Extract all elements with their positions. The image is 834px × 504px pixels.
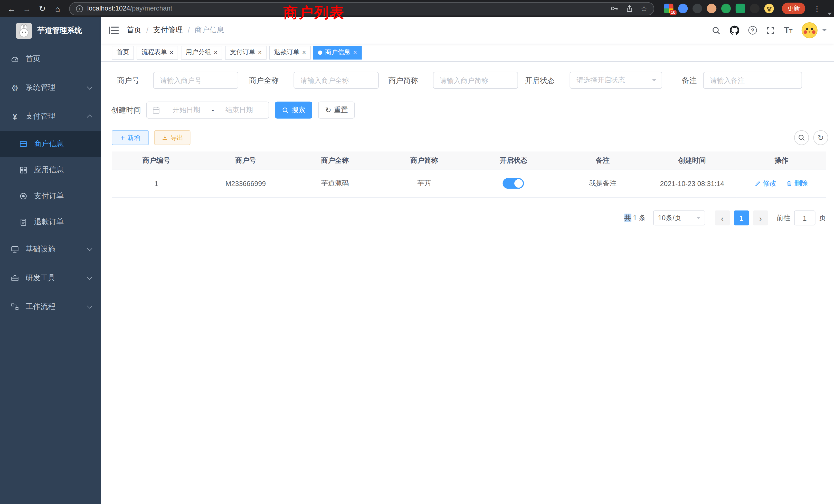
url-host: localhost:1024 — [87, 5, 130, 12]
tab-process-form[interactable]: 流程表单 × — [137, 45, 178, 59]
sidebar: 芋道管理系统 首页 ⚙ 系统管理 ¥ 支付管理 商户信息 — [0, 17, 101, 504]
sidebar-item-home[interactable]: 首页 — [0, 45, 101, 73]
sidebar-item-infrastructure[interactable]: 基础设施 — [0, 235, 101, 264]
dashboard-icon — [10, 55, 19, 63]
search-button[interactable]: 搜索 — [275, 101, 312, 118]
tab-close-icon[interactable]: × — [258, 49, 262, 56]
breadcrumb-separator: / — [188, 26, 190, 35]
help-icon[interactable]: ? — [748, 26, 757, 35]
full-name-input[interactable] — [293, 72, 378, 89]
cell-short-name: 芋艿 — [379, 169, 469, 197]
avatar-caret-icon[interactable] — [822, 29, 827, 33]
monitor-icon — [10, 245, 19, 254]
bookmark-star-icon[interactable]: ☆ — [641, 5, 647, 12]
short-name-input[interactable] — [433, 72, 518, 89]
tab-close-icon[interactable]: × — [302, 49, 306, 56]
prev-page-button[interactable]: ‹ — [715, 210, 730, 225]
sidebar-item-payment-order[interactable]: 支付订单 — [0, 183, 101, 209]
tab-close-icon[interactable]: × — [214, 49, 218, 56]
back-icon[interactable]: ← — [4, 1, 19, 16]
delete-link[interactable]: 删除 — [786, 179, 808, 188]
sidebar-item-refund-order[interactable]: 退款订单 — [0, 209, 101, 235]
refresh-table-button[interactable]: ↻ — [813, 130, 828, 145]
share-icon[interactable] — [626, 5, 634, 13]
extension-icon-blue[interactable] — [678, 4, 688, 13]
show-search-toggle-button[interactable] — [794, 130, 809, 145]
start-date-placeholder: 开始日期 — [162, 105, 211, 115]
chevron-down-icon — [87, 247, 93, 252]
cell-full-name: 芋道源码 — [290, 169, 379, 197]
edit-link[interactable]: 修改 — [755, 179, 777, 188]
app-logo[interactable]: 芋道管理系统 — [0, 17, 101, 45]
extension-icon-green-square[interactable] — [736, 4, 745, 13]
create-time-range-picker[interactable]: 开始日期 - 结束日期 — [146, 101, 269, 118]
cell-merchant-no: M233666999 — [201, 169, 290, 197]
goto-page-input[interactable] — [794, 210, 815, 225]
tab-close-icon[interactable]: × — [353, 49, 357, 56]
sidebar-item-system[interactable]: ⚙ 系统管理 — [0, 73, 101, 102]
password-key-icon[interactable] — [610, 4, 619, 13]
tab-user-group[interactable]: 用户分组 × — [181, 45, 222, 59]
add-button[interactable]: + 新增 — [112, 130, 149, 145]
col-short-name: 商户简称 — [379, 152, 469, 169]
sidebar-toggle-icon[interactable] — [101, 17, 127, 44]
export-button[interactable]: 导出 — [154, 130, 191, 145]
reset-button[interactable]: ↻ 重置 — [318, 101, 355, 118]
github-icon[interactable] — [730, 25, 739, 35]
browser-home-icon[interactable]: ⌂ — [50, 1, 65, 16]
breadcrumb-payment[interactable]: 支付管理 — [153, 25, 183, 35]
tab-refund-order[interactable]: 退款订单 × — [269, 45, 311, 59]
remark-input[interactable] — [703, 72, 802, 89]
pagination: 共 1 条 10条/页 ‹ 1 › 前往 页 — [101, 210, 826, 225]
goto-unit: 页 — [819, 213, 826, 223]
status-toggle[interactable] — [503, 178, 524, 189]
browser-update-button[interactable]: 更新 — [782, 3, 805, 14]
refresh-icon: ↻ — [325, 106, 331, 114]
cell-actions: 修改 删除 — [737, 169, 826, 197]
extension-icon-dark[interactable] — [693, 4, 702, 13]
breadcrumb-home[interactable]: 首页 — [127, 25, 141, 35]
header-search-icon[interactable] — [712, 26, 721, 35]
address-bar[interactable]: i localhost:1024/pay/merchant ☆ — [69, 2, 654, 15]
short-name-label: 商户简称 — [387, 72, 418, 89]
plus-icon: + — [120, 134, 125, 141]
tags-view-bar: 首页 流程表单 × 用户分组 × 支付订单 × 退款订单 × 商户信息 × — [101, 44, 834, 62]
navbar: 首页 / 支付管理 / 商户信息 ? TT — [101, 17, 834, 44]
page-size-select[interactable]: 10条/页 — [653, 210, 705, 225]
extension-icon-knot[interactable] — [750, 4, 760, 13]
tab-merchant-info[interactable]: 商户信息 × — [313, 45, 362, 59]
extension-icon-smiley[interactable] — [764, 4, 774, 13]
status-select[interactable]: 请选择开启状态 — [570, 72, 662, 89]
breadcrumb: 首页 / 支付管理 / 商户信息 — [127, 25, 224, 35]
user-avatar[interactable] — [802, 22, 817, 38]
sidebar-item-payment[interactable]: ¥ 支付管理 — [0, 102, 101, 131]
reload-icon[interactable]: ↻ — [35, 1, 49, 16]
extension-icon-green-circle[interactable] — [721, 4, 731, 13]
status-select-placeholder: 请选择开启状态 — [576, 75, 652, 85]
extensions-row: 10 更新 ⋮ — [664, 3, 824, 14]
merchant-no-input[interactable] — [153, 72, 238, 89]
site-info-icon[interactable]: i — [76, 5, 83, 12]
browser-menu-icon[interactable]: ⋮ — [810, 4, 824, 13]
url-text[interactable]: localhost:1024/pay/merchant — [87, 5, 172, 12]
forward-icon[interactable]: → — [20, 1, 34, 16]
page-1-button[interactable]: 1 — [734, 210, 749, 225]
chevron-up-icon — [87, 114, 93, 119]
sidebar-item-workflow[interactable]: 工作流程 — [0, 292, 101, 321]
sidebar-item-merchant-info[interactable]: 商户信息 — [0, 131, 101, 157]
profile-caret-icon[interactable] — [828, 13, 832, 17]
extension-icon-avatar[interactable] — [707, 4, 717, 13]
extension-icon-grid[interactable]: 10 — [664, 4, 673, 13]
next-page-button[interactable]: › — [753, 210, 768, 225]
fullscreen-icon[interactable] — [766, 26, 775, 35]
sidebar-item-app-info[interactable]: 应用信息 — [0, 157, 101, 183]
credit-card-icon — [19, 140, 28, 148]
tab-payment-order[interactable]: 支付订单 × — [225, 45, 266, 59]
tab-home[interactable]: 首页 — [112, 45, 134, 59]
total-count: 1 — [633, 214, 637, 222]
navbar-actions: ? TT — [712, 22, 834, 38]
merchant-no-label: 商户号 — [112, 72, 139, 89]
sidebar-item-dev-tools[interactable]: 研发工具 — [0, 264, 101, 292]
font-size-icon[interactable]: TT — [784, 26, 793, 35]
tab-close-icon[interactable]: × — [170, 49, 174, 56]
